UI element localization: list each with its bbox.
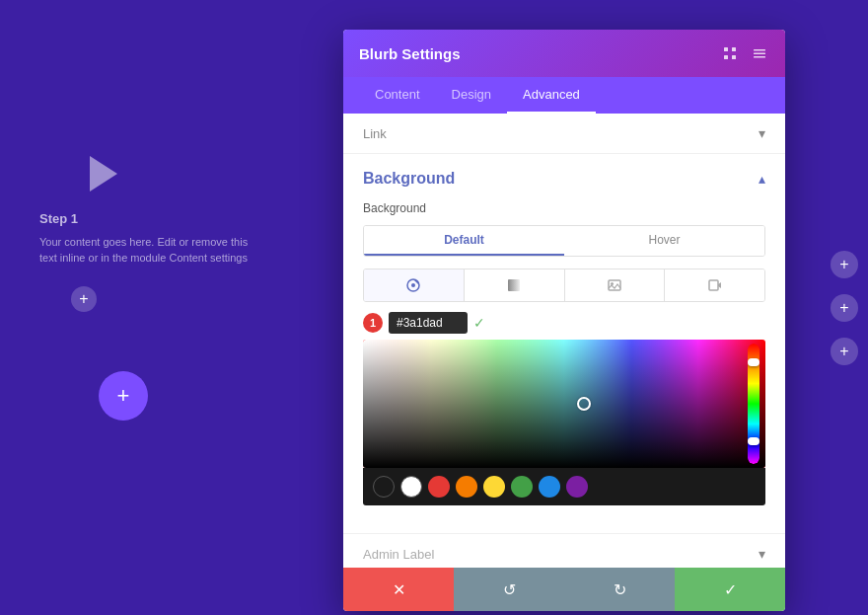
color-input-row: 1 ✓ xyxy=(363,312,765,334)
svg-rect-6 xyxy=(754,56,765,58)
step-label: Step 1 xyxy=(39,211,78,226)
svg-rect-0 xyxy=(724,47,728,51)
chevron-down-icon: ▾ xyxy=(759,125,765,141)
video-type-button[interactable] xyxy=(665,269,764,301)
step-content: Your content goes here. Edit or remove t… xyxy=(39,234,256,267)
hue-slider-thumb[interactable] xyxy=(748,358,760,366)
preset-colors xyxy=(363,468,765,505)
preset-color-orange[interactable] xyxy=(456,476,477,498)
svg-point-8 xyxy=(411,283,415,287)
right-add-button-1[interactable]: + xyxy=(831,251,858,278)
color-picker-container: 1 ✓ xyxy=(363,312,765,505)
section-title: Background xyxy=(363,170,455,188)
admin-label-section[interactable]: Admin Label ▾ xyxy=(343,533,785,568)
svg-rect-1 xyxy=(732,47,736,51)
modal-content: Link ▾ Background ▴ Background Default H… xyxy=(343,114,785,568)
color-type-button[interactable] xyxy=(364,269,465,301)
grid-icon[interactable] xyxy=(750,43,769,63)
icon-type-row xyxy=(363,269,765,302)
svg-rect-4 xyxy=(754,49,765,51)
modal-header-icons xyxy=(720,43,769,63)
hover-tab[interactable]: Hover xyxy=(564,226,764,256)
blurb-settings-modal: Blurb Settings Content xyxy=(343,30,785,611)
svg-rect-5 xyxy=(754,53,765,55)
color-number-badge: 1 xyxy=(363,313,383,333)
tab-design[interactable]: Design xyxy=(436,77,507,114)
color-hex-input[interactable] xyxy=(389,312,468,334)
link-section[interactable]: Link ▾ xyxy=(343,114,785,154)
tab-content[interactable]: Content xyxy=(359,77,436,114)
right-add-button-2[interactable]: + xyxy=(831,294,858,322)
admin-label-chevron-icon: ▾ xyxy=(759,546,765,562)
undo-button[interactable]: ↺ xyxy=(454,568,564,611)
modal-header: Blurb Settings xyxy=(343,30,785,77)
default-tab[interactable]: Default xyxy=(364,226,564,256)
add-module-large-button[interactable]: + xyxy=(99,371,148,421)
preset-color-yellow[interactable] xyxy=(483,476,505,498)
preset-color-purple[interactable] xyxy=(566,476,588,498)
modal-title: Blurb Settings xyxy=(359,45,461,62)
preset-color-white[interactable] xyxy=(400,476,422,498)
background-label: Background xyxy=(363,201,765,215)
hue-slider-thumb-2[interactable] xyxy=(748,437,760,445)
default-hover-tabs: Default Hover xyxy=(363,225,765,257)
preset-color-blue[interactable] xyxy=(539,476,560,498)
link-label: Link xyxy=(363,126,387,141)
right-add-button-3[interactable]: + xyxy=(831,338,858,365)
svg-rect-15 xyxy=(363,340,765,468)
redo-button[interactable]: ↻ xyxy=(564,568,675,611)
cancel-button[interactable]: ✕ xyxy=(343,568,454,611)
color-confirm-icon[interactable]: ✓ xyxy=(473,315,485,331)
hue-slider[interactable] xyxy=(748,344,760,464)
settings-icon[interactable] xyxy=(720,43,740,63)
preset-color-red[interactable] xyxy=(428,476,450,498)
canvas-area: Step 1 Your content goes here. Edit or r… xyxy=(0,0,345,615)
svg-point-11 xyxy=(611,282,614,285)
chevron-up-icon[interactable]: ▴ xyxy=(759,171,765,187)
tab-advanced[interactable]: Advanced xyxy=(507,77,596,114)
svg-rect-12 xyxy=(709,280,718,290)
gradient-type-button[interactable] xyxy=(465,269,565,301)
play-icon xyxy=(90,156,117,192)
add-module-small-button[interactable]: + xyxy=(71,286,97,312)
color-gradient-box[interactable] xyxy=(363,340,765,468)
gradient-picker-circle[interactable] xyxy=(577,397,591,411)
svg-rect-3 xyxy=(732,55,736,59)
admin-label-text: Admin Label xyxy=(363,547,434,562)
background-section: Background ▴ Background Default Hover xyxy=(343,154,785,533)
right-side-buttons: + + + xyxy=(831,251,858,365)
section-header: Background ▴ xyxy=(363,170,765,188)
image-type-button[interactable] xyxy=(565,269,666,301)
modal-footer: ✕ ↺ ↻ ✓ xyxy=(343,568,785,611)
modal-tabs: Content Design Advanced xyxy=(343,77,785,114)
preset-color-black[interactable] xyxy=(373,476,395,498)
svg-rect-2 xyxy=(724,55,728,59)
svg-rect-9 xyxy=(508,279,520,291)
save-button[interactable]: ✓ xyxy=(675,568,785,611)
preset-color-green[interactable] xyxy=(511,476,533,498)
